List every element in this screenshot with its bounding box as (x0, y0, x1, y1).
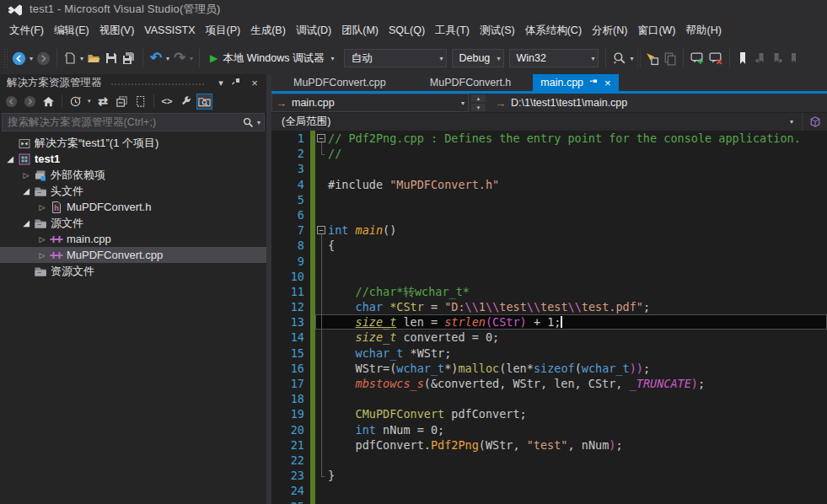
navigate-backward-button[interactable] (10, 48, 28, 68)
open-file-button[interactable] (85, 48, 103, 68)
document-path[interactable]: → D:\1\test1\test1\main.cpp (486, 97, 827, 110)
save-all-button[interactable] (120, 48, 138, 68)
menu-item-工具(T)[interactable]: 工具(T) (430, 19, 475, 42)
prev-bookmark-button[interactable] (751, 48, 769, 68)
code-line[interactable]: 12 char *CStr = "D:\\1\\test\\test\\test… (271, 299, 827, 314)
new-file-dropdown[interactable]: ▾ (78, 55, 85, 62)
code-line[interactable]: 19 CMuPDFConvert pdfConvert; (271, 406, 827, 421)
close-icon[interactable]: × (248, 77, 261, 89)
start-debugging-button[interactable]: ▶ 本地 Windows 调试器 ▾ (204, 48, 341, 68)
menu-item-体系结构(C)[interactable]: 体系结构(C) (520, 19, 587, 42)
tree-expanded-arrow-icon[interactable]: ◢ (19, 218, 33, 228)
tree-item-解决方案“test1”(1 个项目)[interactable]: 解决方案“test1”(1 个项目) (0, 135, 266, 151)
code-line[interactable]: 6 (271, 207, 827, 223)
fold-margin[interactable]: − (315, 223, 328, 238)
code-line[interactable]: 14 size_t converted = 0; (271, 330, 827, 345)
preview-selected-items-button[interactable] (196, 94, 212, 110)
save-button[interactable] (103, 48, 120, 68)
tree-collapsed-arrow-icon[interactable]: ▷ (35, 203, 49, 212)
menu-item-分析(N)[interactable]: 分析(N) (587, 19, 632, 42)
search-icon[interactable] (243, 117, 254, 128)
redo-dropdown[interactable]: ▾ (188, 55, 195, 62)
menu-item-窗口(W)[interactable]: 窗口(W) (632, 19, 680, 42)
menu-item-SQL(Q)[interactable]: SQL(Q) (384, 20, 430, 40)
view-code-button[interactable]: <> (159, 94, 175, 110)
next-bookmark-button[interactable] (769, 48, 787, 68)
add-comment-button[interactable] (688, 48, 706, 68)
new-file-button[interactable] (62, 48, 78, 68)
code-line[interactable]: 1−// Pdf2Png.cpp : Defines the entry poi… (271, 131, 827, 146)
code-line[interactable]: 2// (271, 146, 827, 161)
code-line[interactable]: 15 wchar_t *WStr; (271, 346, 827, 361)
code-line[interactable]: 16 WStr=(wchar_t*)malloc(len*sizeof(wcha… (271, 361, 827, 376)
scope-combo[interactable]: (全局范围) (271, 115, 790, 129)
undo-dropdown[interactable]: ▾ (164, 55, 171, 62)
window-position-dropdown[interactable]: ▾ (214, 78, 228, 88)
menu-item-VASSISTX[interactable]: VASSISTX (139, 20, 200, 40)
collapse-all-button[interactable] (114, 94, 130, 110)
filter-dropdown[interactable]: ▾ (86, 98, 93, 105)
code-line[interactable]: 18 (271, 391, 827, 406)
file-member-combo[interactable]: → main.cpp ▾ (271, 94, 469, 112)
redo-button[interactable]: ↷ (171, 48, 188, 68)
tree-item-源文件[interactable]: ◢源文件 (0, 215, 266, 231)
tab-main.cpp[interactable]: main.cpp× (533, 74, 618, 91)
code-structure-button[interactable] (802, 113, 827, 131)
clear-bookmarks-button[interactable] (787, 48, 803, 68)
tree-item-main.cpp[interactable]: ▷main.cpp (0, 231, 266, 247)
menu-item-视图(V)[interactable]: 视图(V) (94, 19, 140, 42)
tree-item-test1[interactable]: ◢test1 (0, 151, 266, 167)
fold-collapse-icon[interactable]: − (317, 226, 325, 234)
tree-item-头文件[interactable]: ◢头文件 (0, 183, 266, 199)
code-line[interactable]: 11 //char*转wchar_t* (271, 284, 827, 299)
code-line[interactable]: 17 mbstowcs_s(&converted, WStr, len, CSt… (271, 376, 827, 391)
code-line[interactable]: 5 (271, 192, 827, 207)
tree-item-外部依赖项[interactable]: ▷外部依赖项 (0, 167, 266, 183)
toolbar-grip[interactable] (3, 48, 8, 68)
code-line[interactable]: 25 (271, 499, 827, 504)
tree-collapsed-arrow-icon[interactable]: ▷ (19, 171, 33, 180)
tree-item-资源文件[interactable]: 资源文件 (0, 263, 266, 279)
code-line[interactable]: 23} (271, 468, 827, 483)
code-line[interactable]: 20 int nNum = 0; (271, 422, 827, 437)
pin-icon[interactable] (589, 78, 599, 88)
code-line[interactable]: 21 pdfConvert.Pdf2Png(WStr, "test", nNum… (271, 437, 827, 453)
chevron-down-icon[interactable]: ▾ (790, 118, 802, 126)
home-button[interactable] (40, 94, 56, 110)
solution-explorer-header[interactable]: 解决方案资源管理器 ▾ × (0, 74, 266, 91)
tab-MuPDFConvert.cpp[interactable]: MuPDFConvert.cpp (271, 74, 408, 91)
tab-MuPDFConvert.h[interactable]: MuPDFConvert.h (408, 74, 534, 91)
code-line[interactable]: 8{ (271, 238, 827, 253)
code-line[interactable]: 13 size_t len = strlen(CStr) + 1; (271, 314, 827, 330)
tree-item-MuPDFConvert.cpp[interactable]: ▷MuPDFConvert.cpp (0, 247, 266, 263)
forward-button[interactable] (22, 94, 38, 110)
menu-item-项目(P)[interactable]: 项目(P) (201, 19, 246, 42)
code-editor[interactable]: 1−// Pdf2Png.cpp : Defines the entry poi… (271, 131, 827, 504)
search-options-dropdown[interactable]: ▾ (257, 119, 260, 126)
menu-item-生成(B)[interactable]: 生成(B) (245, 19, 291, 42)
menu-item-文件(F)[interactable]: 文件(F) (4, 19, 49, 42)
code-line[interactable]: 3 (271, 161, 827, 176)
panel-drag-grip[interactable] (110, 83, 207, 87)
code-line[interactable]: 10 (271, 269, 827, 284)
fold-margin[interactable]: − (315, 131, 328, 146)
tree-expanded-arrow-icon[interactable]: ◢ (3, 154, 17, 164)
remove-comment-button[interactable] (706, 48, 725, 68)
menu-item-编辑(E)[interactable]: 编辑(E) (49, 19, 94, 42)
show-all-files-button[interactable] (132, 94, 148, 110)
tree-expanded-arrow-icon[interactable]: ◢ (19, 186, 33, 196)
properties-button[interactable] (178, 94, 194, 110)
toggle-bookmark-button[interactable] (734, 48, 751, 68)
sync-with-active-document-button[interactable]: ⇄ (95, 94, 111, 110)
build-config-combo[interactable]: Debug ▾ (452, 49, 504, 67)
undo-button[interactable]: ↶ (148, 48, 164, 68)
platform-combo[interactable]: Win32 ▾ (509, 49, 599, 67)
menu-item-团队(M)[interactable]: 团队(M) (336, 19, 384, 42)
copy-reference-button[interactable] (661, 48, 679, 68)
search-solution-explorer-input[interactable]: 搜索解决方案资源管理器(Ctrl+;) ▾ (2, 113, 265, 131)
fold-collapse-icon[interactable]: − (317, 134, 325, 142)
solution-config-combo[interactable]: 自动 ▾ (344, 49, 447, 67)
pending-changes-filter-button[interactable] (67, 94, 83, 110)
code-line[interactable]: 4#include "MuPDFConvert.h" (271, 177, 827, 192)
menu-item-调试(D)[interactable]: 调试(D) (291, 19, 336, 42)
